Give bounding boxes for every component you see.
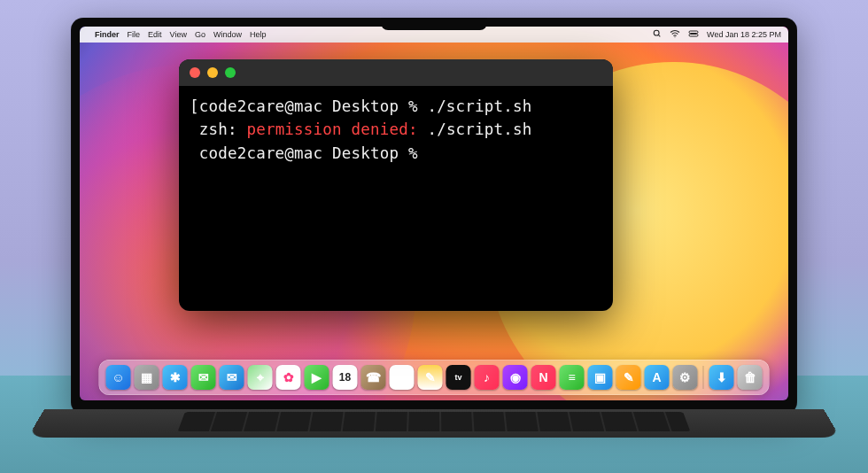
dock-settings-icon[interactable]: ⚙ (673, 365, 698, 390)
dock-facetime-icon[interactable]: ▶ (305, 365, 329, 390)
svg-rect-3 (689, 31, 698, 34)
laptop: Finder File Edit View Go Window Help (71, 18, 797, 461)
dock-separator (703, 366, 704, 389)
terminal-window[interactable]: [code2care@mac Desktop % ./script.sh zsh… (179, 59, 613, 311)
terminal-text: [code2care@mac Desktop % ./script.sh (190, 97, 532, 115)
terminal-text: permission denied: (246, 120, 417, 138)
dock-news-icon[interactable]: N (531, 365, 556, 390)
terminal-body[interactable]: [code2care@mac Desktop % ./script.sh zsh… (179, 86, 613, 174)
dock-pages-icon[interactable]: ✎ (616, 365, 641, 390)
menubar-app-name[interactable]: Finder (95, 30, 120, 39)
notch (381, 18, 487, 30)
dock-numbers-icon[interactable]: ≡ (560, 365, 585, 390)
dock-notes-icon[interactable]: ✎ (418, 365, 443, 390)
terminal-text: code2care@mac Desktop % (190, 144, 427, 162)
terminal-text: zsh: (190, 120, 246, 138)
dock-reminders-icon[interactable]: ☑ (390, 365, 415, 390)
dock-tv-icon[interactable]: tv (446, 365, 471, 390)
close-button[interactable] (190, 67, 200, 78)
dock-contacts-icon[interactable]: ☎ (361, 365, 386, 390)
menubar-item-window[interactable]: Window (213, 30, 242, 39)
menubar-datetime[interactable]: Wed Jan 18 2:25 PM (707, 30, 781, 39)
menubar-item-view[interactable]: View (170, 30, 187, 39)
dock-podcasts-icon[interactable]: ◉ (503, 365, 528, 390)
dock-calendar-icon[interactable]: 18 (333, 365, 358, 390)
wifi-icon[interactable] (670, 29, 680, 40)
svg-line-1 (658, 35, 660, 36)
dock-finder-icon[interactable]: ☺ (106, 365, 131, 390)
menubar-item-go[interactable]: Go (195, 30, 205, 39)
laptop-keyboard (27, 409, 841, 438)
svg-point-0 (654, 30, 659, 35)
dock-photos-icon[interactable]: ✿ (276, 365, 301, 390)
dock-keynote-icon[interactable]: ▣ (588, 365, 613, 390)
menubar-item-edit[interactable]: Edit (148, 30, 162, 39)
dock-appstore-icon[interactable]: A (645, 365, 670, 390)
terminal-line: zsh: permission denied: ./script.sh (190, 118, 602, 141)
svg-rect-4 (689, 35, 698, 37)
menubar-item-file[interactable]: File (128, 30, 141, 39)
dock-downloads-icon[interactable]: ⬇ (709, 365, 734, 390)
dock-maps-icon[interactable]: ⌖ (248, 365, 273, 390)
dock-mail-icon[interactable]: ✉ (220, 365, 244, 390)
screen-bezel: Finder File Edit View Go Window Help (71, 18, 797, 415)
svg-point-2 (675, 36, 676, 37)
desktop-screen: Finder File Edit View Go Window Help (80, 27, 788, 400)
control-center-icon[interactable] (688, 29, 699, 40)
dock-safari-icon[interactable]: ✱ (163, 365, 188, 390)
dock-messages-icon[interactable]: ✉ (191, 365, 216, 390)
maximize-button[interactable] (225, 67, 236, 78)
terminal-line: code2care@mac Desktop % (190, 142, 602, 165)
dock-music-icon[interactable]: ♪ (475, 365, 500, 390)
search-icon[interactable] (653, 29, 662, 40)
terminal-line: [code2care@mac Desktop % ./script.sh (190, 95, 602, 118)
dock: ☺▦✱✉✉⌖✿▶18☎☑✎tv♪◉N≡▣✎A⚙⬇🗑 (99, 360, 770, 395)
dock-launchpad-icon[interactable]: ▦ (135, 365, 159, 390)
dock-trash-icon[interactable]: 🗑 (738, 365, 763, 390)
terminal-text: ./script.sh (418, 120, 532, 138)
terminal-titlebar[interactable] (179, 59, 613, 86)
minimize-button[interactable] (207, 67, 218, 78)
menubar-item-help[interactable]: Help (250, 30, 267, 39)
